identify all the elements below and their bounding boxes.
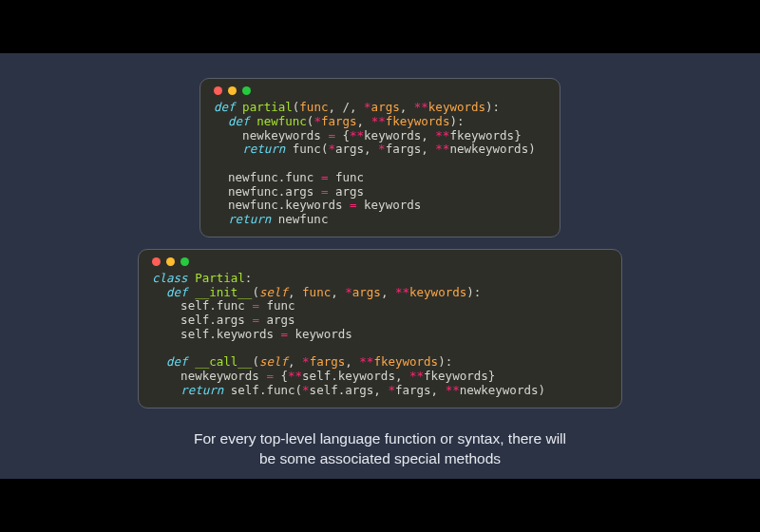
caption-line-2: be some associated special methods [0, 449, 760, 469]
letterbox-top [0, 0, 760, 53]
minimize-icon [166, 257, 175, 266]
code-block: class Partial: def __init__(self, func, … [152, 272, 608, 398]
window-traffic-lights [214, 86, 546, 95]
maximize-icon [242, 86, 251, 95]
caption-line-1: For every top-level language function or… [0, 429, 760, 449]
code-window-partial-function: def partial(func, /, *args, **keywords):… [200, 78, 560, 238]
letterbox-bottom [0, 479, 760, 532]
code-window-partial-class: class Partial: def __init__(self, func, … [138, 249, 622, 408]
subtitle-caption: For every top-level language function or… [0, 429, 760, 469]
maximize-icon [180, 257, 189, 266]
code-block: def partial(func, /, *args, **keywords):… [214, 101, 546, 227]
close-icon [214, 86, 222, 95]
window-traffic-lights [152, 257, 608, 266]
minimize-icon [228, 86, 237, 95]
close-icon [152, 257, 161, 266]
slide-area: def partial(func, /, *args, **keywords):… [0, 53, 760, 479]
